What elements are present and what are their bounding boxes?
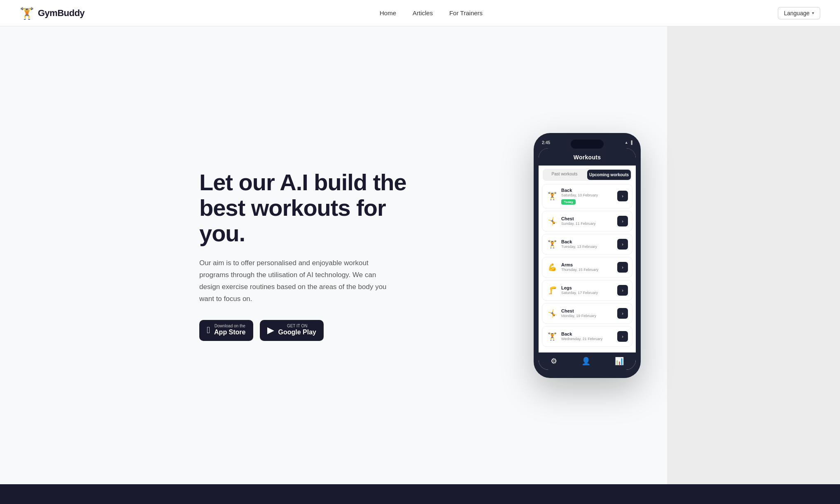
workout-item[interactable]: 🏋 Back Saturday, 10 February Today ›	[542, 184, 632, 208]
tab-upcoming-workouts[interactable]: Upcoming workouts	[587, 170, 631, 180]
hero-section: Let our A.I build the best workouts for …	[0, 0, 840, 484]
today-badge: Today	[561, 199, 576, 205]
workout-date: Tuesday, 13 February	[561, 245, 597, 249]
workout-item[interactable]: 🤸 Chest Monday, 19 February ›	[542, 303, 632, 324]
workout-info: Back Wednesday, 21 February	[561, 331, 602, 341]
workout-info: Back Saturday, 10 February Today	[561, 188, 598, 205]
nav-articles[interactable]: Articles	[413, 9, 433, 16]
app-store-button[interactable]:  Download on the App Store	[199, 320, 253, 341]
hero-title: Let our A.I build the best workouts for …	[199, 170, 406, 246]
tab-past-workouts[interactable]: Past workouts	[543, 169, 586, 181]
workout-figure-icon: 🏋	[546, 238, 558, 251]
workout-figure-icon: 🏋	[546, 330, 558, 343]
phone-screen: Workouts Past workouts Upcoming workouts…	[539, 148, 636, 370]
workout-arrow-button[interactable]: ›	[617, 191, 628, 201]
language-label: Language	[784, 10, 810, 16]
nav-home[interactable]: Home	[380, 9, 396, 16]
workout-name: Back	[561, 331, 602, 336]
logo[interactable]: 🏋 GymBuddy	[20, 6, 84, 21]
phone-notch	[571, 140, 604, 149]
workout-figure-icon: 💪	[546, 261, 558, 274]
workout-name: Back	[561, 239, 597, 244]
workout-info: Back Tuesday, 13 February	[561, 239, 597, 249]
workout-figure-icon: 🦵	[546, 284, 558, 297]
store-buttons:  Download on the App Store ▶ GET IT ON …	[199, 320, 406, 341]
language-selector[interactable]: Language ▾	[778, 7, 820, 19]
workout-item-left: 🏋 Back Wednesday, 21 February	[546, 330, 602, 343]
phone-screen-title: Workouts	[539, 148, 636, 166]
workout-arrow-button[interactable]: ›	[617, 308, 628, 319]
wifi-icon: ▲	[625, 140, 628, 145]
battery-icon: ▐	[630, 140, 632, 145]
dumbbell-icon[interactable]: ⚙	[551, 357, 557, 366]
workout-date: Monday, 19 February	[561, 314, 596, 318]
workout-date: Thursday, 15 February	[561, 268, 598, 272]
workout-arrow-button[interactable]: ›	[617, 262, 628, 273]
workout-item-left: 🤸 Chest Sunday, 11 February	[546, 215, 595, 228]
workout-info: Chest Sunday, 11 February	[561, 216, 595, 226]
workout-arrow-button[interactable]: ›	[617, 239, 628, 250]
workout-name: Arms	[561, 262, 598, 267]
workout-info: Arms Thursday, 15 February	[561, 262, 598, 272]
workout-item-left: 💪 Arms Thursday, 15 February	[546, 261, 598, 274]
brand-name: GymBuddy	[38, 8, 84, 19]
workout-date: Saturday, 10 February	[561, 193, 598, 197]
stats-icon[interactable]: 📊	[615, 357, 624, 366]
workout-item-left: 🤸 Chest Monday, 19 February	[546, 307, 596, 320]
google-play-icon: ▶	[267, 326, 274, 335]
nav-trainers[interactable]: For Trainers	[449, 9, 483, 16]
phone-tab-bar: Past workouts Upcoming workouts	[543, 169, 632, 181]
google-play-button[interactable]: ▶ GET IT ON Google Play	[260, 320, 324, 341]
hero-content: Let our A.I build the best workouts for …	[199, 170, 406, 341]
svg-text:🏋: 🏋	[20, 7, 34, 20]
workout-name: Legs	[561, 285, 598, 290]
phone-bottom-nav: ⚙ 👤 📊	[539, 352, 636, 370]
workout-item[interactable]: 🦵 Legs Saturday, 17 February ›	[542, 280, 632, 301]
hero-description: Our aim is to offer personalised and enj…	[199, 257, 397, 305]
workout-item-left: 🏋 Back Saturday, 10 February Today	[546, 188, 598, 205]
workout-date: Wednesday, 21 February	[561, 337, 602, 341]
workout-item-left: 🦵 Legs Saturday, 17 February	[546, 284, 598, 297]
workout-item[interactable]: 🏋 Back Tuesday, 13 February ›	[542, 234, 632, 254]
app-store-text: Download on the App Store	[214, 324, 245, 337]
phone-status-icons: ▲ ▐	[625, 140, 632, 145]
workout-name: Back	[561, 188, 598, 193]
workout-info: Chest Monday, 19 February	[561, 308, 596, 318]
workout-arrow-button[interactable]: ›	[617, 285, 628, 296]
workout-name: Chest	[561, 308, 596, 313]
footer	[0, 484, 840, 504]
workout-figure-icon: 🤸	[546, 215, 558, 228]
chevron-down-icon: ▾	[812, 11, 814, 15]
phone-device: 2:45 ▲ ▐ Workouts Past workouts Upcoming…	[534, 133, 641, 378]
workout-arrow-button[interactable]: ›	[617, 216, 628, 226]
workout-item-left: 🏋 Back Tuesday, 13 February	[546, 238, 597, 251]
nav-links: Home Articles For Trainers	[380, 9, 483, 16]
workout-item[interactable]: 🤸 Chest Sunday, 11 February ›	[542, 211, 632, 231]
phone-mockup: 2:45 ▲ ▐ Workouts Past workouts Upcoming…	[534, 133, 641, 378]
navbar: 🏋 GymBuddy Home Articles For Trainers La…	[0, 0, 840, 26]
google-play-text: GET IT ON Google Play	[278, 324, 316, 337]
workout-list: 🏋 Back Saturday, 10 February Today › 🤸 C…	[539, 184, 636, 352]
workout-date: Saturday, 17 February	[561, 291, 598, 295]
workout-figure-icon: 🏋	[546, 189, 558, 203]
phone-time: 2:45	[542, 140, 550, 145]
workout-date: Sunday, 11 February	[561, 222, 595, 226]
apple-icon: 	[207, 326, 210, 335]
workout-name: Chest	[561, 216, 595, 221]
bg-decoration	[667, 0, 840, 484]
workout-figure-icon: 🤸	[546, 307, 558, 320]
profile-icon[interactable]: 👤	[581, 357, 590, 366]
workout-item[interactable]: 💪 Arms Thursday, 15 February ›	[542, 257, 632, 278]
workout-item[interactable]: 🏋 Back Wednesday, 21 February ›	[542, 326, 632, 347]
workout-info: Legs Saturday, 17 February	[561, 285, 598, 295]
workout-arrow-button[interactable]: ›	[617, 331, 628, 342]
logo-icon: 🏋	[20, 6, 35, 21]
